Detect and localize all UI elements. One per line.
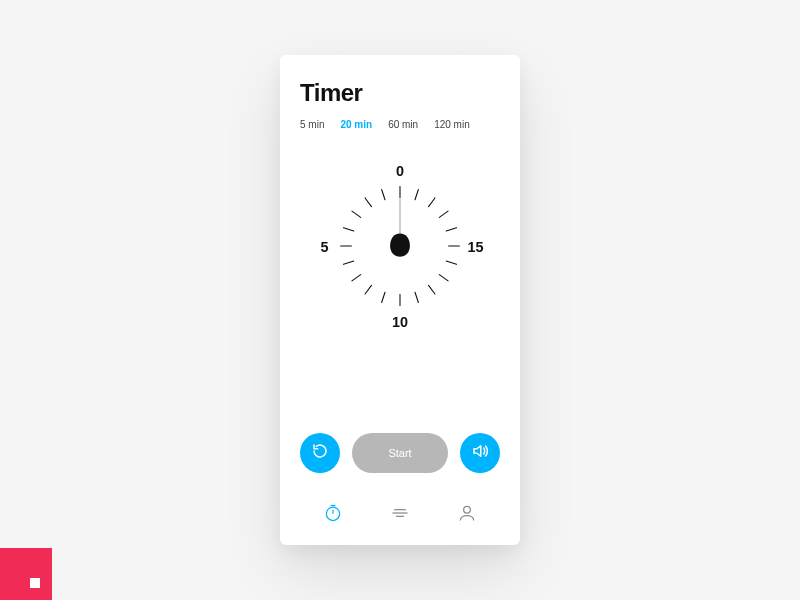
dial[interactable]: 0 15 10 5 <box>300 148 500 425</box>
dial-label-right: 15 <box>468 239 484 255</box>
nav-timer[interactable] <box>319 501 347 529</box>
svg-line-7 <box>439 275 448 281</box>
page-title: Timer <box>300 79 500 107</box>
preset-5min[interactable]: 5 min <box>300 119 324 130</box>
svg-point-27 <box>463 506 470 513</box>
sound-button[interactable] <box>460 433 500 473</box>
preset-row: 5 min 20 min 60 min 120 min <box>300 119 500 130</box>
profile-icon <box>457 503 477 527</box>
start-button[interactable]: Start <box>352 433 448 473</box>
svg-line-13 <box>352 275 361 281</box>
nav-list[interactable] <box>386 501 414 529</box>
timer-icon <box>323 503 343 527</box>
svg-line-8 <box>429 285 435 294</box>
svg-line-11 <box>382 292 385 302</box>
svg-line-9 <box>415 292 418 302</box>
svg-line-3 <box>439 211 448 217</box>
nav-profile[interactable] <box>453 501 481 529</box>
timer-app: Timer 5 min 20 min 60 min 120 min <box>280 55 520 545</box>
svg-line-14 <box>344 261 354 264</box>
svg-line-16 <box>344 228 354 231</box>
svg-line-4 <box>446 228 456 231</box>
svg-line-2 <box>429 198 435 207</box>
list-icon <box>390 503 410 527</box>
reset-icon <box>311 442 329 464</box>
svg-line-1 <box>415 190 418 200</box>
dial-label-bottom: 10 <box>392 314 408 330</box>
sound-icon <box>471 442 489 464</box>
controls-row: Start <box>300 433 500 473</box>
preset-60min[interactable]: 60 min <box>388 119 418 130</box>
svg-line-18 <box>365 198 371 207</box>
svg-line-6 <box>446 261 456 264</box>
dial-label-top: 0 <box>396 163 404 179</box>
svg-line-17 <box>352 211 361 217</box>
preset-20min[interactable]: 20 min <box>340 119 372 130</box>
preset-120min[interactable]: 120 min <box>434 119 470 130</box>
brand-logo <box>0 548 52 600</box>
reset-button[interactable] <box>300 433 340 473</box>
svg-line-19 <box>382 190 385 200</box>
dial-label-left: 5 <box>320 239 328 255</box>
bottom-nav <box>300 491 500 529</box>
svg-line-12 <box>365 285 371 294</box>
